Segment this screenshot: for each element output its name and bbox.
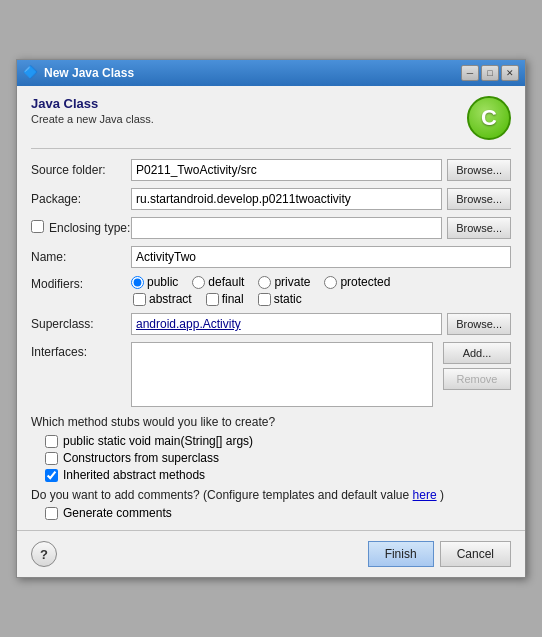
generate-comments-label: Generate comments <box>63 506 172 520</box>
interfaces-label: Interfaces: <box>31 342 131 359</box>
modifier-final-item[interactable]: final <box>206 292 244 306</box>
modifier-protected-item[interactable]: protected <box>324 275 390 289</box>
enclosing-type-browse-button[interactable]: Browse... <box>447 217 511 239</box>
header-row: Java Class Create a new Java class. C <box>31 96 511 140</box>
modifier-static-label: static <box>274 292 302 306</box>
window-title: New Java Class <box>44 66 134 80</box>
modifier-abstract-item[interactable]: abstract <box>133 292 192 306</box>
header-text: Java Class Create a new Java class. <box>31 96 154 135</box>
package-input[interactable] <box>131 188 442 210</box>
comments-title-text: Do you want to add comments? (Configure … <box>31 488 409 502</box>
modifier-public-label: public <box>147 275 178 289</box>
generate-comments-checkbox[interactable] <box>45 507 58 520</box>
enclosing-type-input[interactable] <box>131 217 442 239</box>
modifier-default-radio[interactable] <box>192 276 205 289</box>
modifier-final-label: final <box>222 292 244 306</box>
main-window: 🔷 New Java Class ─ □ ✕ Java Class Create… <box>16 59 526 578</box>
package-control: Browse... <box>131 188 511 210</box>
modifiers-radio-group: public default private protected <box>131 275 390 289</box>
minimize-button[interactable]: ─ <box>461 65 479 81</box>
method-constructors-checkbox[interactable] <box>45 452 58 465</box>
interfaces-textarea[interactable] <box>131 342 433 407</box>
modifier-abstract-checkbox[interactable] <box>133 293 146 306</box>
source-folder-control: Browse... <box>131 159 511 181</box>
title-bar: 🔷 New Java Class ─ □ ✕ <box>17 60 525 86</box>
method-constructors-item[interactable]: Constructors from superclass <box>45 451 511 465</box>
package-row: Package: Browse... <box>31 188 511 210</box>
enclosing-type-control: Browse... <box>131 217 511 239</box>
source-folder-input[interactable] <box>131 159 442 181</box>
method-constructors-label: Constructors from superclass <box>63 451 219 465</box>
method-section-title: Which method stubs would you like to cre… <box>31 415 511 429</box>
modifiers-checkbox-group: abstract final static <box>133 292 390 306</box>
title-bar-left: 🔷 New Java Class <box>23 65 134 81</box>
modifier-final-checkbox[interactable] <box>206 293 219 306</box>
window-icon: 🔷 <box>23 65 39 81</box>
method-inherited-label: Inherited abstract methods <box>63 468 205 482</box>
comments-suffix: ) <box>440 488 444 502</box>
superclass-input[interactable] <box>131 313 442 335</box>
help-button[interactable]: ? <box>31 541 57 567</box>
modifier-private-item[interactable]: private <box>258 275 310 289</box>
enclosing-type-row: Enclosing type: Browse... <box>31 217 511 239</box>
superclass-browse-button[interactable]: Browse... <box>447 313 511 335</box>
app-logo: C <box>467 96 511 140</box>
package-browse-button[interactable]: Browse... <box>447 188 511 210</box>
modifier-private-radio[interactable] <box>258 276 271 289</box>
name-input[interactable] <box>131 246 511 268</box>
superclass-control: Browse... <box>131 313 511 335</box>
comments-section: Do you want to add comments? (Configure … <box>31 488 511 520</box>
finish-button[interactable]: Finish <box>368 541 434 567</box>
section-title: Java Class <box>31 96 154 111</box>
superclass-label: Superclass: <box>31 317 131 331</box>
name-row: Name: <box>31 246 511 268</box>
title-bar-buttons: ─ □ ✕ <box>461 65 519 81</box>
interfaces-remove-button[interactable]: Remove <box>443 368 511 390</box>
comments-here-link[interactable]: here <box>413 488 437 502</box>
modifier-abstract-label: abstract <box>149 292 192 306</box>
bottom-buttons: ? Finish Cancel <box>17 530 525 577</box>
interfaces-add-button[interactable]: Add... <box>443 342 511 364</box>
modifier-protected-label: protected <box>340 275 390 289</box>
method-main-label: public static void main(String[] args) <box>63 434 253 448</box>
superclass-row: Superclass: Browse... <box>31 313 511 335</box>
section-subtitle: Create a new Java class. <box>31 113 154 125</box>
enclosing-type-checkbox[interactable] <box>31 220 44 233</box>
package-label: Package: <box>31 192 131 206</box>
modifier-protected-radio[interactable] <box>324 276 337 289</box>
method-inherited-item[interactable]: Inherited abstract methods <box>45 468 511 482</box>
modifier-public-radio[interactable] <box>131 276 144 289</box>
modifier-default-label: default <box>208 275 244 289</box>
enclosing-type-label: Enclosing type: <box>31 220 131 236</box>
modifier-static-item[interactable]: static <box>258 292 302 306</box>
interfaces-buttons: Add... Remove <box>443 342 511 407</box>
comments-title: Do you want to add comments? (Configure … <box>31 488 511 502</box>
method-main-item[interactable]: public static void main(String[] args) <box>45 434 511 448</box>
modifier-default-item[interactable]: default <box>192 275 244 289</box>
maximize-button[interactable]: □ <box>481 65 499 81</box>
source-folder-label: Source folder: <box>31 163 131 177</box>
cancel-button[interactable]: Cancel <box>440 541 511 567</box>
window-body: Java Class Create a new Java class. C So… <box>17 86 525 530</box>
close-button[interactable]: ✕ <box>501 65 519 81</box>
method-main-checkbox[interactable] <box>45 435 58 448</box>
modifiers-row: Modifiers: public default private <box>31 275 511 306</box>
modifier-public-item[interactable]: public <box>131 275 178 289</box>
modifiers-label: Modifiers: <box>31 275 131 291</box>
modifier-private-label: private <box>274 275 310 289</box>
source-folder-row: Source folder: Browse... <box>31 159 511 181</box>
interfaces-control: Add... Remove <box>131 342 511 407</box>
source-folder-browse-button[interactable]: Browse... <box>447 159 511 181</box>
name-control <box>131 246 511 268</box>
method-inherited-checkbox[interactable] <box>45 469 58 482</box>
header-divider <box>31 148 511 149</box>
modifiers-area: public default private protected <box>131 275 390 306</box>
generate-comments-item[interactable]: Generate comments <box>45 506 511 520</box>
interfaces-row: Interfaces: Add... Remove <box>31 342 511 407</box>
method-section: Which method stubs would you like to cre… <box>31 415 511 482</box>
modifier-static-checkbox[interactable] <box>258 293 271 306</box>
name-label: Name: <box>31 250 131 264</box>
